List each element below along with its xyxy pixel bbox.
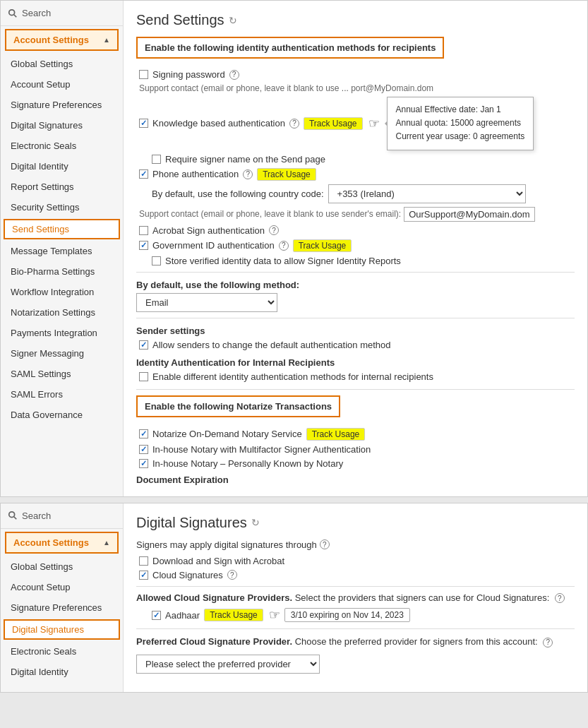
notarize-on-demand-row: Notarize On-Demand Notary Service Track … xyxy=(136,428,575,441)
aadhaar-checkbox[interactable] xyxy=(152,611,161,620)
notarize-on-demand-checkbox[interactable] xyxy=(139,429,148,438)
svg-line-1 xyxy=(14,14,17,17)
sidebar-item-global-settings-1[interactable]: Global Settings xyxy=(1,54,123,74)
cursor-icon-aadhaar: ☞ xyxy=(269,607,280,623)
sidebar-item-account-setup-2[interactable]: Account Setup xyxy=(1,577,123,597)
signers-info-icon[interactable]: ? xyxy=(320,539,330,549)
sidebar-item-report-settings-1[interactable]: Report Settings xyxy=(1,177,123,197)
phone-auth-row: Phone authentication ? Track Usage xyxy=(136,168,575,181)
gov-id-track-usage-btn[interactable]: Track Usage xyxy=(293,239,352,252)
preferred-info-icon[interactable]: ? xyxy=(543,638,553,648)
aadhaar-track-usage-btn[interactable]: Track Usage xyxy=(204,609,263,621)
knowledge-based-checkbox[interactable] xyxy=(139,119,148,128)
page-title-send-settings: Send Settings ↻ xyxy=(136,12,575,28)
refresh-icon-2[interactable]: ↻ xyxy=(251,517,260,528)
send-settings-panel: Search Account Settings ▲ Global Setting… xyxy=(0,0,588,497)
cloud-signatures-row: Cloud Signatures ? xyxy=(136,570,575,580)
default-method-label: By default, use the following method: xyxy=(136,280,575,290)
sidebar-item-signature-prefs-2[interactable]: Signature Preferences xyxy=(1,597,123,618)
sidebar-2: Search Account Settings ▲ Global Setting… xyxy=(1,503,124,692)
allowed-cloud-info-icon[interactable]: ? xyxy=(555,593,565,603)
enable-different-checkbox[interactable] xyxy=(139,372,148,381)
support-contact-row-2: Support contact (email or phone, leave i… xyxy=(136,207,575,222)
sidebar-item-digital-identity-2[interactable]: Digital Identity xyxy=(1,662,123,682)
aadhaar-row: Aadhaar Track Usage ☞ 3/10 expiring on N… xyxy=(136,607,575,623)
divider-1 xyxy=(136,272,575,273)
country-code-select[interactable]: +353 (Ireland) xyxy=(328,184,526,203)
refresh-icon-1[interactable]: ↻ xyxy=(229,15,237,26)
in-house-personal-row: In-house Notary – Personally Known by No… xyxy=(136,458,575,469)
acrobat-sign-label: Acrobat Sign authentication xyxy=(152,225,265,236)
doc-expiry-label: Document Expiration xyxy=(136,475,575,485)
signing-password-row: Signing password ? xyxy=(136,69,575,80)
chevron-up-icon-2: ▲ xyxy=(103,539,110,547)
sidebar-item-notarization-1[interactable]: Notarization Settings xyxy=(1,302,123,323)
sidebar-item-workflow-1[interactable]: Workflow Integration xyxy=(1,282,123,302)
notarize-track-usage-btn[interactable]: Track Usage xyxy=(306,428,366,441)
account-settings-section-1[interactable]: Account Settings ▲ xyxy=(5,29,119,51)
in-house-multifactor-checkbox[interactable] xyxy=(139,445,148,454)
signing-password-checkbox[interactable] xyxy=(139,70,148,79)
sidebar-item-signer-messaging-1[interactable]: Signer Messaging xyxy=(1,343,123,364)
knowledge-based-track-usage-btn[interactable]: Track Usage xyxy=(304,117,363,130)
sidebar-item-security-settings-1[interactable]: Security Settings xyxy=(1,197,123,217)
sidebar-item-digital-sigs-1[interactable]: Digital Signatures xyxy=(1,115,123,136)
search-bar-2[interactable]: Search xyxy=(1,503,123,529)
sidebar-item-electronic-seals-1[interactable]: Electronic Seals xyxy=(1,136,123,156)
download-sign-checkbox[interactable] xyxy=(139,556,148,566)
knowledge-based-label: Knowledge based authentication xyxy=(152,118,285,129)
cloud-signatures-checkbox[interactable] xyxy=(139,571,148,580)
download-sign-row: Download and Sign with Acrobat xyxy=(136,556,575,566)
aadhaar-label: Aadhaar xyxy=(165,610,200,621)
acrobat-sign-info-icon[interactable]: ? xyxy=(269,225,279,235)
sidebar-item-signature-prefs-1[interactable]: Signature Preferences xyxy=(1,95,123,115)
in-house-personal-checkbox[interactable] xyxy=(139,459,148,468)
gov-id-info-icon[interactable]: ? xyxy=(279,241,289,251)
identity-auth-section-box: Enable the following identity authentica… xyxy=(136,37,444,59)
preferred-provider-section: Preferred Cloud Signature Provider. Choo… xyxy=(136,636,575,674)
knowledge-based-info-icon[interactable]: ? xyxy=(289,119,299,129)
digital-signatures-panel: Search Account Settings ▲ Global Setting… xyxy=(0,503,588,693)
allow-senders-row: Allow senders to change the default auth… xyxy=(136,340,575,350)
signing-password-label: Signing password xyxy=(152,69,225,80)
gov-id-checkbox[interactable] xyxy=(139,241,148,250)
sidebar-item-global-settings-2[interactable]: Global Settings xyxy=(1,556,123,577)
in-house-multifactor-label: In-house Notary with Multifactor Signer … xyxy=(152,444,371,455)
sidebar-item-send-settings-1[interactable]: Send Settings xyxy=(4,219,120,239)
sidebar-item-message-templates-1[interactable]: Message Templates xyxy=(1,241,123,261)
search-bar-1[interactable]: Search xyxy=(1,1,123,26)
phone-auth-checkbox[interactable] xyxy=(139,169,148,179)
phone-auth-info-icon[interactable]: ? xyxy=(243,169,253,179)
phone-auth-label: Phone authentication xyxy=(152,169,239,179)
store-verified-checkbox[interactable] xyxy=(152,256,161,265)
sidebar-item-digital-sigs-2[interactable]: Digital Signatures xyxy=(4,619,120,640)
phone-auth-track-usage-btn[interactable]: Track Usage xyxy=(257,168,316,181)
knowledge-based-row: Knowledge based authentication ? Track U… xyxy=(136,97,575,150)
preferred-provider-select[interactable]: Please select the preferred provider xyxy=(136,655,320,674)
default-method-select[interactable]: Email xyxy=(136,293,277,312)
sidebar-item-account-setup-1[interactable]: Account Setup xyxy=(1,74,123,95)
sidebar-item-payments-1[interactable]: Payments Integration xyxy=(1,323,123,343)
enable-different-row: Enable different identity authentication… xyxy=(136,371,575,382)
signing-password-info-icon[interactable]: ? xyxy=(229,70,239,80)
sidebar-item-biopharma-1[interactable]: Bio-Pharma Settings xyxy=(1,261,123,282)
require-signer-name-checkbox[interactable] xyxy=(152,155,161,164)
sidebar-item-digital-identity-1[interactable]: Digital Identity xyxy=(1,156,123,177)
acrobat-sign-row: Acrobat Sign authentication ? xyxy=(136,225,575,236)
sidebar-item-saml-errors-1[interactable]: SAML Errors xyxy=(1,384,123,405)
allow-senders-label: Allow senders to change the default auth… xyxy=(152,340,391,350)
account-settings-section-2[interactable]: Account Settings ▲ xyxy=(5,532,119,554)
search-label-1: Search xyxy=(22,8,51,18)
cloud-signatures-info-icon[interactable]: ? xyxy=(227,570,237,580)
allow-senders-checkbox[interactable] xyxy=(139,340,148,350)
gov-id-row: Government ID authentication ? Track Usa… xyxy=(136,239,575,252)
sidebar-item-saml-settings-1[interactable]: SAML Settings xyxy=(1,364,123,384)
sender-settings-label: Sender settings xyxy=(136,326,575,336)
sidebar-item-electronic-seals-2[interactable]: Electronic Seals xyxy=(1,641,123,662)
divider-4 xyxy=(136,586,575,587)
signers-label-row: Signers may apply digital signatures thr… xyxy=(136,539,575,550)
allowed-cloud-section: Allowed Cloud Signature Providers. Selec… xyxy=(136,592,575,604)
acrobat-sign-checkbox[interactable] xyxy=(139,226,148,235)
chevron-up-icon-1: ▲ xyxy=(103,36,110,44)
sidebar-item-data-governance-1[interactable]: Data Governance xyxy=(1,405,123,425)
